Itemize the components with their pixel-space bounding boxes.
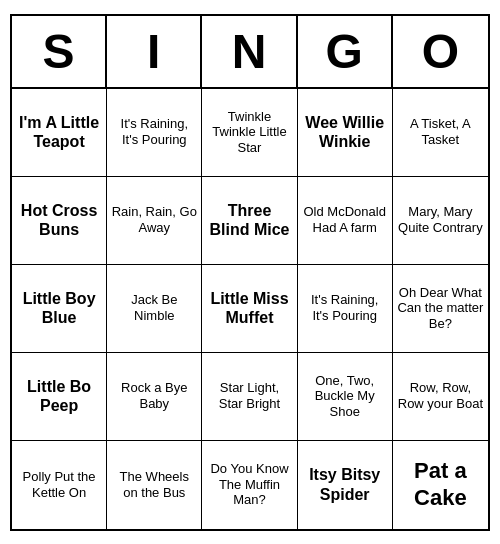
bingo-header: SINGO (12, 16, 488, 89)
header-letter-n: N (202, 16, 297, 87)
bingo-cell-15[interactable]: Little Bo Peep (12, 353, 107, 441)
bingo-cell-5[interactable]: Hot Cross Buns (12, 177, 107, 265)
header-letter-g: G (298, 16, 393, 87)
bingo-cell-22[interactable]: Do You Know The Muffin Man? (202, 441, 297, 529)
bingo-cell-18[interactable]: One, Two, Buckle My Shoe (298, 353, 393, 441)
header-letter-o: O (393, 16, 488, 87)
bingo-cell-3[interactable]: Wee Willie Winkie (298, 89, 393, 177)
bingo-cell-2[interactable]: Twinkle Twinkle Little Star (202, 89, 297, 177)
bingo-cell-9[interactable]: Mary, Mary Quite Contrary (393, 177, 488, 265)
bingo-cell-23[interactable]: Itsy Bitsy Spider (298, 441, 393, 529)
header-letter-s: S (12, 16, 107, 87)
bingo-cell-17[interactable]: Star Light, Star Bright (202, 353, 297, 441)
bingo-cell-14[interactable]: Oh Dear What Can the matter Be? (393, 265, 488, 353)
bingo-cell-16[interactable]: Rock a Bye Baby (107, 353, 202, 441)
bingo-cell-12[interactable]: Little Miss Muffet (202, 265, 297, 353)
bingo-cell-11[interactable]: Jack Be Nimble (107, 265, 202, 353)
bingo-cell-20[interactable]: Polly Put the Kettle On (12, 441, 107, 529)
bingo-cell-10[interactable]: Little Boy Blue (12, 265, 107, 353)
bingo-cell-24[interactable]: Pat a Cake (393, 441, 488, 529)
bingo-cell-8[interactable]: Old McDonald Had A farm (298, 177, 393, 265)
bingo-grid: I'm A Little TeapotIt's Raining, It's Po… (12, 89, 488, 529)
bingo-cell-4[interactable]: A Tisket, A Tasket (393, 89, 488, 177)
bingo-cell-13[interactable]: It's Raining, It's Pouring (298, 265, 393, 353)
bingo-cell-1[interactable]: It's Raining, It's Pouring (107, 89, 202, 177)
bingo-cell-0[interactable]: I'm A Little Teapot (12, 89, 107, 177)
bingo-cell-21[interactable]: The Wheels on the Bus (107, 441, 202, 529)
header-letter-i: I (107, 16, 202, 87)
bingo-cell-6[interactable]: Rain, Rain, Go Away (107, 177, 202, 265)
bingo-card: SINGO I'm A Little TeapotIt's Raining, I… (10, 14, 490, 531)
bingo-cell-7[interactable]: Three Blind Mice (202, 177, 297, 265)
bingo-cell-19[interactable]: Row, Row, Row your Boat (393, 353, 488, 441)
